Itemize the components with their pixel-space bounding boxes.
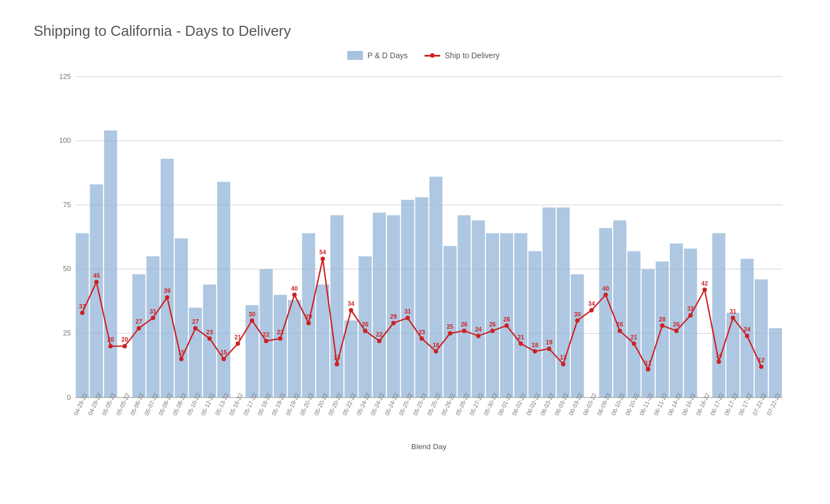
bar-rect [217, 182, 230, 398]
svg-text:75: 75 [63, 201, 71, 209]
bar-rect [344, 320, 357, 398]
line-dot [165, 295, 170, 300]
legend-bar-icon [347, 51, 363, 60]
line-dot [519, 342, 523, 346]
line-dot [264, 339, 268, 343]
line-data-label: 31 [150, 308, 156, 315]
line-dot [80, 311, 85, 315]
bar-rect [712, 233, 725, 397]
line-data-label: 26 [673, 321, 680, 328]
bar-rect [430, 177, 442, 398]
line-data-label: 34 [348, 300, 355, 307]
line-data-label: 22 [263, 331, 269, 338]
line-dot [731, 316, 735, 320]
bar-rect [726, 313, 739, 398]
bar-rect [316, 284, 329, 398]
legend-line-label: Ship to Delivery [445, 51, 500, 60]
bar-rect [458, 215, 470, 398]
legend-line-icon [425, 55, 440, 57]
legend-bar-item: P & D Days [347, 51, 408, 60]
legend-line-item: Ship to Delivery [425, 51, 500, 60]
line-dot [292, 293, 297, 297]
bar-rect [387, 215, 400, 398]
line-data-label: 23 [418, 329, 425, 335]
line-data-label: 40 [291, 285, 298, 292]
bar-rect [599, 228, 612, 398]
line-data-label: 29 [305, 313, 312, 320]
legend: P & D Days Ship to Delivery [34, 51, 813, 60]
bar-rect [684, 249, 697, 398]
bar-rect [627, 251, 640, 398]
line-data-label: 21 [235, 334, 241, 340]
bar-rect [557, 208, 570, 398]
line-data-label: 12 [758, 357, 764, 363]
bar-rect [415, 197, 428, 398]
bar-rect [161, 158, 174, 397]
main-svg: 0255075100125334520202731391527231521302… [34, 71, 813, 452]
line-data-label: 34 [588, 300, 595, 307]
line-data-label: 26 [362, 321, 369, 328]
line-data-label: 18 [432, 342, 439, 348]
line-data-label: 31 [730, 308, 736, 315]
line-dot [349, 308, 353, 312]
line-dot [335, 362, 339, 366]
bar-rect [288, 300, 301, 398]
line-data-label: 32 [687, 305, 694, 312]
line-data-label: 20 [122, 336, 128, 343]
bar-rect [132, 274, 145, 398]
line-dot [533, 349, 537, 353]
svg-text:50: 50 [63, 265, 71, 273]
line-dot [547, 347, 552, 351]
x-axis-label: 05-06-22 [129, 392, 145, 417]
x-axis-label: 04-28-22 [72, 392, 88, 417]
bar-rect [769, 328, 782, 398]
line-data-label: 28 [503, 316, 510, 323]
bar-rect [274, 295, 287, 397]
line-dot [745, 334, 749, 338]
line-dot [222, 357, 226, 361]
line-data-label: 45 [93, 272, 100, 279]
line-data-label: 15 [178, 349, 185, 356]
line-dot [717, 360, 721, 364]
bar-rect [528, 251, 541, 398]
line-data-label: 15 [221, 349, 227, 356]
line-data-label: 24 [475, 326, 482, 333]
chart-area: 0255075100125334520202731391527231521302… [34, 71, 813, 452]
svg-text:0: 0 [67, 394, 71, 402]
line-dot [674, 329, 679, 333]
line-data-label: 26 [461, 321, 468, 328]
line-dot [363, 329, 367, 333]
line-dot [236, 342, 240, 346]
bar-rect [472, 220, 484, 397]
line-dot [320, 256, 325, 261]
bar-rect [543, 208, 556, 398]
bar-rect [656, 262, 669, 398]
line-data-label: 40 [602, 285, 609, 292]
line-data-label: 14 [716, 352, 722, 358]
bar-rect [486, 233, 499, 397]
line-data-label: 11 [645, 360, 651, 366]
line-data-label: 54 [319, 249, 326, 255]
line-data-label: 27 [136, 318, 142, 325]
bar-rect [76, 233, 88, 397]
line-dot [419, 337, 424, 341]
line-data-label: 25 [447, 323, 454, 330]
line-dot [462, 329, 467, 333]
line-data-label: 29 [390, 313, 397, 320]
line-data-label: 26 [489, 321, 496, 328]
line-data-label: 42 [701, 280, 708, 287]
line-dot [759, 365, 763, 369]
line-data-label: 31 [404, 308, 411, 315]
line-dot [646, 367, 650, 372]
line-data-label: 27 [192, 318, 199, 325]
line-data-label: 19 [545, 339, 552, 346]
line-data-label: 30 [574, 311, 581, 318]
bar-rect [401, 200, 414, 398]
line-data-label: 21 [631, 334, 637, 340]
line-dot [207, 337, 212, 341]
bar-rect [104, 130, 117, 398]
line-data-label: 28 [659, 316, 666, 323]
line-dot [660, 324, 665, 328]
chart-container: Shipping to California - Days to Deliver… [0, 0, 830, 504]
line-dot [505, 324, 509, 328]
